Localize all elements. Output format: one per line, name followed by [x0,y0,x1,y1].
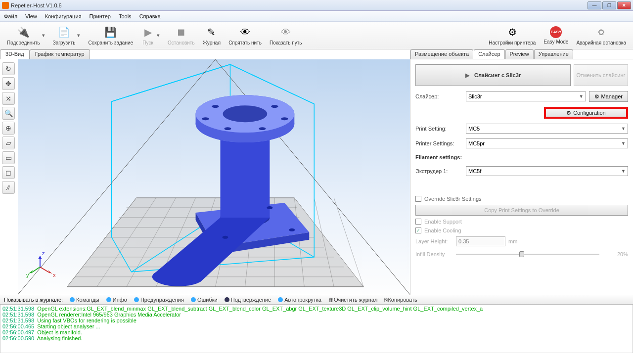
window-controls: — ❐ ✕ [588,1,631,9]
fit-button[interactable]: ⊕ [2,122,15,135]
svg-text:z: z [42,250,45,256]
dropdown-arrow-icon[interactable]: ▾ [42,32,46,39]
viewport-toolbar: ↻ ✥ ⤨ 🔍 ⊕ ▱ ▭ ◻ ⫽ [0,60,17,196]
gear-icon: ⚙ [566,110,571,116]
copy-override-button[interactable]: Copy Print Settings to Override [415,205,628,216]
log-line: 02:56:00.497 Object is manifold. [2,329,631,335]
svg-text:y: y [26,272,29,278]
printer-settings-select[interactable]: MC5pr▼ [466,138,628,148]
clear-log-button[interactable]: 🗑 Очистить журнал [328,297,378,303]
infill-label: Infill Density [415,251,453,257]
tab-placement[interactable]: Размещение объекта [410,49,473,59]
menu-file[interactable]: Файл [4,13,17,19]
right-panel-tabs: Размещение объекта Слайсер Preview Управ… [410,49,633,59]
minimize-button[interactable]: — [588,1,601,9]
mm-label: mm [508,238,517,244]
3d-viewport[interactable]: xyz [18,59,410,295]
tab-temp-graph[interactable]: График температур [30,49,90,59]
svg-point-40 [281,117,288,120]
emergency-icon: ⭘ [594,25,608,39]
manager-button[interactable]: ⚙Manager [589,91,628,102]
rotate-view-button[interactable]: ↻ [2,62,15,75]
eye-slash-icon: 👁 [279,25,293,39]
copy-log-button[interactable]: ⎘ Копировать [384,297,417,303]
chevron-down-icon: ▼ [621,141,626,146]
filter-errors[interactable]: Ошибки [191,297,218,303]
configuration-button[interactable]: ⚙Configuration [544,107,628,119]
log-console[interactable]: 02:51:31.598 OpenGL extensions:GL_EXT_bl… [0,305,633,353]
close-button[interactable]: ✕ [617,1,631,9]
viewport-area: 3D-Вид График температур ↻ ✥ ⤨ 🔍 ⊕ ▱ ▭ ◻… [0,49,410,295]
hide-filament-button[interactable]: 👁Спрятать нить [225,24,266,46]
easy-mode-button[interactable]: EASYEasy Mode [540,25,572,46]
save-button[interactable]: 💾Сохранить задание [84,24,137,46]
emergency-stop-button[interactable]: ⭘Аварийная остановка [572,24,630,46]
iso-view-button[interactable]: ◻ [2,166,15,179]
svg-point-45 [267,206,272,209]
log-button[interactable]: ✎Журнал [199,24,225,46]
show-in-log-label: Показывать в журнале: [4,297,63,303]
menu-help[interactable]: Справка [139,13,161,19]
menu-tools[interactable]: Tools [119,13,132,19]
checkbox-icon [415,196,421,202]
plug-icon: 🔌 [16,25,30,39]
show-path-button[interactable]: 👁Показать путь [266,24,306,46]
menu-view[interactable]: View [25,13,37,19]
enable-cooling-checkbox: ✓Enable Cooling [415,228,628,233]
eye-icon: 👁 [238,25,252,39]
filter-info[interactable]: Инфо [106,297,127,303]
zoom-button[interactable]: 🔍 [2,107,15,120]
cancel-slice-button[interactable]: Отменить слайсинг [574,64,628,86]
svg-point-36 [223,105,267,122]
connect-button[interactable]: 🔌Подсоединить [3,24,44,46]
dropdown-arrow-icon[interactable]: ▾ [77,32,81,39]
move-object-button[interactable]: ⤨ [2,92,15,105]
tab-preview[interactable]: Preview [505,49,534,59]
print-setting-select[interactable]: MC5▼ [466,124,628,134]
main-area: 3D-Вид График температур ↻ ✥ ⤨ 🔍 ⊕ ▱ ▭ ◻… [0,49,633,295]
gear-icon: ⚙ [594,93,599,100]
front-view-button[interactable]: ▭ [2,151,15,164]
tab-slicer[interactable]: Слайсер [474,49,504,59]
menu-config[interactable]: Конфигурация [45,13,82,19]
printer-settings-button[interactable]: ⚙Настройки принтера [485,24,540,46]
enable-support-checkbox: Enable Support [415,219,628,225]
chevron-down-icon: ▼ [621,126,626,131]
filter-ack[interactable]: Подтверждение [225,297,271,303]
tab-3d-view[interactable]: 3D-Вид [0,49,30,59]
slice-button[interactable]: ▶Слайсинг с Slic3r [415,64,571,86]
parallel-button[interactable]: ⫽ [2,181,15,194]
easy-icon: EASY [550,26,562,38]
svg-point-37 [212,105,219,108]
play-icon: ▶ [141,25,155,39]
pencil-icon: ✎ [205,25,219,39]
filter-autoscroll[interactable]: Автопрокрутка [278,297,321,303]
top-view-button[interactable]: ▱ [2,136,15,149]
app-icon [2,2,9,9]
document-icon: 📄 [57,25,71,39]
log-line: 02:56:00.590 Analysing finished. [2,335,631,341]
menu-printer[interactable]: Принтер [90,13,111,19]
tab-control[interactable]: Управление [534,49,573,59]
dropdown-arrow-icon[interactable]: ▾ [157,32,161,39]
extruder-label: Экструдер 1: [415,168,463,174]
printer-settings-label: Printer Settings: [415,140,463,146]
stop-button[interactable]: ⏹Остановить [164,24,199,46]
maximize-button[interactable]: ❐ [602,1,616,9]
play-icon: ▶ [465,72,469,79]
svg-point-39 [202,117,209,120]
override-checkbox[interactable]: Override Slic3r Settings [415,196,628,202]
extruder-select[interactable]: MC5f▼ [466,166,628,176]
move-view-button[interactable]: ✥ [2,77,15,90]
filter-warnings[interactable]: Предупраждения [134,297,184,303]
filter-commands[interactable]: Команды [70,297,99,303]
gears-icon: ⚙ [505,25,519,39]
viewport-tabs: 3D-Вид График температур [0,49,90,59]
slicer-select[interactable]: Slic3r▼ [466,91,586,101]
window-title: Repetier-Host V1.0.6 [11,2,588,8]
svg-line-26 [112,64,230,101]
infill-slider [456,249,614,259]
load-button[interactable]: 📄Загрузить [49,24,80,46]
run-button[interactable]: ▶Пуск [137,24,159,46]
filament-section-label: Filament settings: [415,154,628,160]
